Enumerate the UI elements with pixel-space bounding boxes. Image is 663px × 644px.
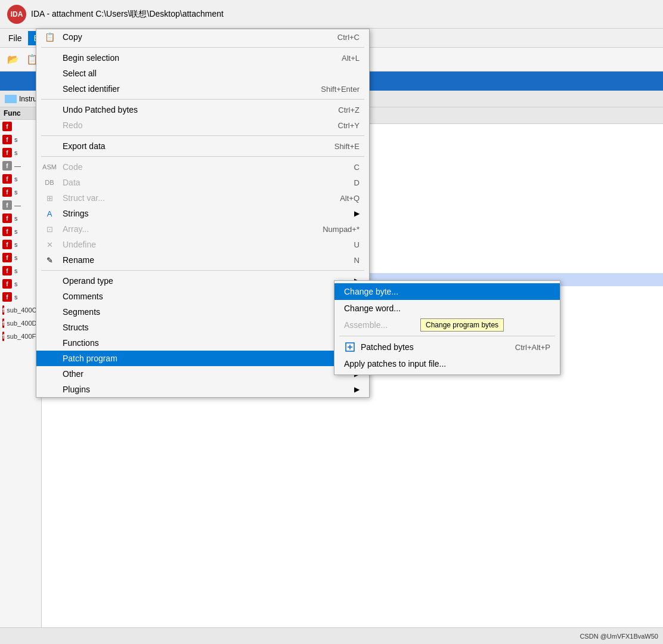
struct-icon: ⊞ (44, 192, 55, 204)
menu-item-functions[interactable]: Functions ▶ (36, 335, 369, 351)
func-label: s (14, 188, 18, 196)
submenu-separator (339, 336, 555, 336)
func-label: s (14, 267, 18, 274)
func-icon: f (2, 200, 12, 210)
menu-item-code[interactable]: ASM Code C (36, 159, 369, 175)
func-label: s (14, 228, 18, 235)
menu-select-all-label: Select all (63, 69, 97, 78)
submenu-apply-patches-label: Apply patches to input file... (344, 359, 446, 369)
menu-item-data[interactable]: DB Data D (36, 175, 369, 190)
left-panel-header: Func (0, 107, 41, 120)
menu-item-rename[interactable]: ✎ Rename N (36, 252, 369, 268)
copy-icon: 📋 (44, 31, 55, 43)
func-icon: f (2, 266, 12, 275)
menu-export-label: Export data (63, 141, 106, 151)
menu-item-structs[interactable]: Structs ▶ (36, 320, 369, 335)
func-label: s (14, 280, 18, 287)
menu-code-shortcut: C (354, 163, 360, 172)
menu-redo-label: Redo (63, 120, 82, 130)
menu-item-copy[interactable]: 📋 Copy Ctrl+C (36, 29, 369, 45)
menu-rename-label: Rename (63, 255, 94, 265)
menu-export-shortcut: Shift+E (334, 142, 360, 151)
submenu-item-apply-patches[interactable]: Apply patches to input file... (334, 355, 560, 372)
list-item: fs (0, 172, 41, 185)
menu-struct-shortcut: Alt+Q (340, 194, 360, 203)
func-icon: f (2, 135, 12, 144)
menu-code-label: Code (63, 162, 82, 172)
menu-item-export[interactable]: Export data Shift+E (36, 138, 369, 154)
edit-dropdown-menu: 📋 Copy Ctrl+C Begin selection Alt+L Sele… (36, 29, 370, 398)
menu-item-operand[interactable]: Operand type ▶ (36, 273, 369, 289)
func-icon: f (2, 148, 12, 157)
list-item: fs (0, 277, 41, 290)
menu-undefine-label: Undefine (63, 240, 96, 249)
func-label: s (14, 149, 18, 156)
func-icon: f (2, 187, 12, 197)
menu-item-select-all[interactable]: Select all (36, 66, 369, 81)
submenu-item-change-byte[interactable]: Change byte... (334, 283, 560, 300)
strings-icon: A (44, 208, 55, 219)
code-icon: ASM (44, 161, 55, 173)
list-item: fs (0, 133, 41, 146)
menu-undo-shortcut: Ctrl+Z (338, 106, 360, 114)
menu-rename-shortcut: N (354, 256, 360, 265)
menu-structs-label: Structs (63, 323, 89, 332)
func-label: s (14, 215, 18, 222)
menu-select-identifier-label: Select identifier (63, 84, 120, 94)
list-item: fs (0, 264, 41, 277)
menu-begin-selection-label: Begin selection (63, 53, 119, 63)
submenu-item-patched-bytes[interactable]: Patched bytes Ctrl+Alt+P (334, 339, 560, 355)
tooltip-text: Change program bytes (426, 321, 498, 329)
submenu-patched-bytes-label: Patched bytes (361, 342, 414, 352)
list-item: fs (0, 238, 41, 251)
legend-instruction-color (5, 95, 17, 103)
menu-copy-label: Copy (63, 32, 82, 42)
list-item: f (0, 120, 41, 133)
func-label: s (14, 136, 18, 143)
menu-data-shortcut: D (354, 178, 360, 187)
menu-file[interactable]: File (2, 31, 28, 45)
func-label: — (14, 162, 21, 169)
menu-item-undefine[interactable]: ✕ Undefine U (36, 237, 369, 252)
menu-other-label: Other (63, 369, 83, 379)
list-item: f— (0, 159, 41, 172)
list-item[interactable]: fsub_400CFA (0, 304, 41, 317)
array-icon: ⊡ (44, 223, 55, 235)
tooltip: Change program bytes (420, 318, 504, 332)
submenu-change-byte-label: Change byte... (344, 287, 398, 296)
app-icon: IDA (7, 5, 26, 24)
list-item[interactable]: fsub_400D27 (0, 317, 41, 330)
menu-struct-label: Struct var... (63, 193, 105, 203)
submenu-patched-bytes-shortcut: Ctrl+Alt+P (515, 343, 550, 352)
menu-select-identifier-shortcut: Shift+Enter (321, 85, 360, 94)
func-icon: f (2, 332, 4, 341)
menu-undefine-shortcut: U (354, 240, 360, 249)
undefine-icon: ✕ (44, 239, 55, 250)
title-bar: IDA IDA - attachment C:\Users\联想\Desktop… (0, 0, 663, 29)
menu-item-array[interactable]: ⊡ Array... Numpad+* (36, 221, 369, 237)
list-item: fs (0, 185, 41, 199)
menu-item-strings[interactable]: A Strings ▶ (36, 206, 369, 221)
list-item: fs (0, 212, 41, 225)
menu-item-undo[interactable]: Undo Patched bytes Ctrl+Z (36, 102, 369, 117)
menu-plugins-label: Plugins (63, 385, 90, 394)
menu-item-comments[interactable]: Comments ▶ (36, 289, 369, 304)
list-item[interactable]: fsub_400F0D (0, 330, 41, 343)
list-item: f— (0, 199, 41, 212)
func-label: s (14, 254, 18, 261)
menu-item-struct[interactable]: ⊞ Struct var... Alt+Q (36, 190, 369, 206)
menu-item-select-identifier[interactable]: Select identifier Shift+Enter (36, 81, 369, 97)
menu-item-other[interactable]: Other ▶ (36, 366, 369, 382)
func-icon: f (2, 174, 12, 184)
func-icon: f (2, 213, 12, 223)
menu-item-begin-selection[interactable]: Begin selection Alt+L (36, 50, 369, 66)
menu-item-redo[interactable]: Redo Ctrl+Y (36, 117, 369, 133)
menu-item-segments[interactable]: Segments ▶ (36, 304, 369, 320)
menu-sep-3 (41, 135, 364, 136)
menu-item-plugins[interactable]: Plugins ▶ (36, 382, 369, 397)
menu-copy-shortcut: Ctrl+C (337, 33, 360, 42)
toolbar-open[interactable]: 📂 (5, 51, 21, 68)
submenu-item-change-word[interactable]: Change word... (334, 300, 560, 317)
menu-item-patch-program[interactable]: Patch program ▶ (36, 351, 369, 366)
status-bar: CSDN @UmVFX1BvaW50 (0, 627, 663, 644)
